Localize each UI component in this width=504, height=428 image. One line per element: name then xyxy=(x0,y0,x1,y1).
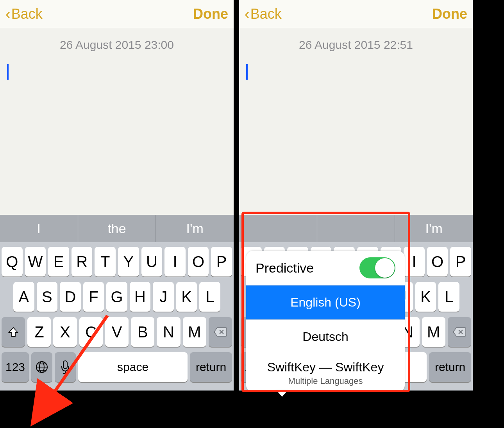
svg-rect-2 xyxy=(63,361,67,369)
key-h[interactable]: H xyxy=(130,282,151,312)
key-p[interactable]: P xyxy=(450,247,471,276)
suggestion-1[interactable]: I xyxy=(0,215,78,242)
key-u[interactable]: U xyxy=(141,247,163,276)
key-i[interactable]: I xyxy=(404,247,425,276)
note-timestamp: 26 August 2015 23:00 xyxy=(0,28,234,52)
key-g[interactable]: G xyxy=(106,282,127,312)
back-label: Back xyxy=(250,6,282,22)
key-t[interactable]: T xyxy=(95,247,116,276)
globe-key[interactable] xyxy=(31,352,52,382)
key-r[interactable]: R xyxy=(71,247,93,276)
suggestion-1[interactable] xyxy=(239,215,317,242)
key-e[interactable]: E xyxy=(48,247,69,276)
chevron-left-icon: ‹ xyxy=(245,7,250,21)
suggestion-2[interactable] xyxy=(317,215,395,242)
quicktype-bar: I'm xyxy=(239,215,473,242)
predictive-toggle-row[interactable]: Predictive xyxy=(246,251,405,285)
back-label: Back xyxy=(11,6,43,22)
key-a[interactable]: A xyxy=(13,282,34,312)
return-key[interactable]: return xyxy=(429,352,471,382)
key-o[interactable]: O xyxy=(427,247,448,276)
navbar: ‹ Back Done xyxy=(0,0,234,28)
key-x[interactable]: X xyxy=(53,317,77,347)
key-l[interactable]: L xyxy=(199,282,220,312)
key-s[interactable]: S xyxy=(37,282,58,312)
key-m[interactable]: M xyxy=(422,317,445,347)
toggle-knob-icon xyxy=(375,258,395,278)
text-cursor xyxy=(7,64,9,80)
return-key[interactable]: return xyxy=(190,352,232,382)
space-key[interactable]: space xyxy=(78,352,188,382)
key-k[interactable]: K xyxy=(176,282,197,312)
keyboard-switcher-popup: Predictive English (US) Deutsch SwiftKey… xyxy=(246,251,405,392)
note-timestamp: 26 August 2015 22:51 xyxy=(239,28,473,52)
keyboard-option-label: SwiftKey — SwiftKey xyxy=(267,360,384,374)
suggestion-2[interactable]: the xyxy=(78,215,156,242)
keyboard-option-sublabel: Multiple Languages xyxy=(288,376,363,386)
keyboard-option-swiftkey[interactable]: SwiftKey — SwiftKey Multiple Languages xyxy=(246,354,405,392)
image-divider xyxy=(234,0,239,428)
back-button[interactable]: ‹ Back xyxy=(5,6,43,22)
keyboard-option-english[interactable]: English (US) xyxy=(246,285,405,319)
key-y[interactable]: Y xyxy=(118,247,139,276)
key-k[interactable]: K xyxy=(415,282,436,312)
text-cursor xyxy=(246,64,248,80)
backspace-icon xyxy=(213,327,227,337)
suggestion-3[interactable]: I'm xyxy=(156,215,234,242)
microphone-icon xyxy=(61,360,70,374)
key-p[interactable]: P xyxy=(211,247,232,276)
delete-key[interactable] xyxy=(448,317,471,347)
delete-key[interactable] xyxy=(209,317,232,347)
key-o[interactable]: O xyxy=(188,247,209,276)
key-b[interactable]: B xyxy=(131,317,154,347)
key-row-4: 123 space return xyxy=(2,352,232,382)
keyboard-option-deutsch[interactable]: Deutsch xyxy=(246,319,405,354)
key-i[interactable]: I xyxy=(164,247,186,276)
key-w[interactable]: W xyxy=(25,247,46,276)
key-n[interactable]: N xyxy=(157,317,180,347)
key-l[interactable]: L xyxy=(438,282,459,312)
note-body[interactable]: 26 August 2015 22:51 xyxy=(239,28,473,215)
globe-icon xyxy=(35,360,49,374)
key-row-2: A S D F G H J K L xyxy=(2,282,232,312)
predictive-toggle[interactable] xyxy=(359,257,395,278)
key-z[interactable]: Z xyxy=(27,317,51,347)
chevron-left-icon: ‹ xyxy=(5,7,11,21)
key-j[interactable]: J xyxy=(153,282,174,312)
key-row-1: Q W E R T Y U I O P xyxy=(2,247,232,276)
keyboard: Q W E R T Y U I O P A S D F G H J K L Z xyxy=(0,242,234,391)
note-body[interactable]: 26 August 2015 23:00 xyxy=(0,28,234,215)
key-f[interactable]: F xyxy=(83,282,104,312)
suggestion-3[interactable]: I'm xyxy=(395,215,473,242)
screenshot-right: ‹ Back Done 26 August 2015 22:51 I'm Q W… xyxy=(239,0,473,428)
shift-key[interactable] xyxy=(2,317,25,347)
numeric-key[interactable]: 123 xyxy=(2,352,29,382)
dictation-key[interactable] xyxy=(55,352,76,382)
navbar: ‹ Back Done xyxy=(239,0,473,28)
backspace-icon xyxy=(452,327,466,337)
back-button[interactable]: ‹ Back xyxy=(245,6,282,22)
keyboard-option-label: English (US) xyxy=(290,295,361,310)
key-row-3: Z X C V B N M xyxy=(2,317,232,347)
keyboard-option-label: Deutsch xyxy=(302,330,348,344)
key-d[interactable]: D xyxy=(60,282,81,312)
key-q[interactable]: Q xyxy=(2,247,23,276)
screenshot-left: ‹ Back Done 26 August 2015 23:00 I the I… xyxy=(0,0,234,428)
key-c[interactable]: C xyxy=(79,317,103,347)
shift-icon xyxy=(7,326,19,338)
predictive-label: Predictive xyxy=(256,260,314,276)
key-v[interactable]: V xyxy=(105,317,129,347)
key-m[interactable]: M xyxy=(183,317,206,347)
popup-tail-icon xyxy=(276,390,288,397)
quicktype-bar: I the I'm xyxy=(0,215,234,242)
done-button[interactable]: Done xyxy=(432,6,467,22)
done-button[interactable]: Done xyxy=(193,6,228,22)
